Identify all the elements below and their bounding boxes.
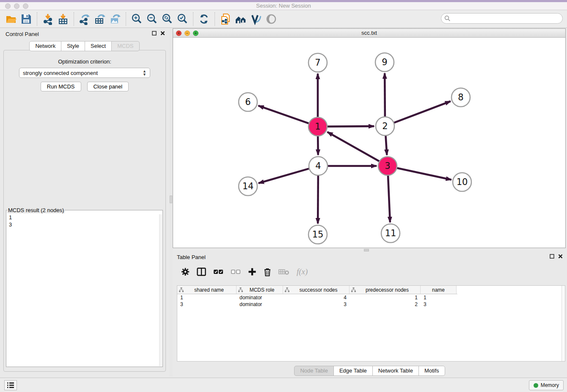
app-title: Session: New Session: [0, 2, 567, 10]
mcds-result-text[interactable]: 1 3: [6, 213, 162, 229]
first-neighbors-icon[interactable]: [233, 11, 248, 27]
zoom-selected-icon[interactable]: [175, 11, 190, 27]
network-close-button[interactable]: ×: [176, 30, 182, 36]
column-header-predecessor-nodes[interactable]: predecessor nodes: [350, 286, 421, 294]
close-panel-button[interactable]: Close panel: [87, 82, 129, 91]
table-cell[interactable]: dominator: [237, 294, 283, 301]
tab-network[interactable]: Network: [29, 41, 61, 51]
zoom-fit-icon[interactable]: [160, 11, 175, 27]
tab-mcds[interactable]: MCDS: [111, 41, 139, 51]
memory-status-icon: [534, 383, 538, 388]
edge-3-1[interactable]: [328, 132, 380, 161]
table-cell[interactable]: dominator: [237, 301, 283, 308]
table-cell[interactable]: 4: [283, 294, 350, 301]
table-cell[interactable]: 2: [350, 301, 421, 308]
app-window-controls[interactable]: [5, 3, 28, 9]
edge-1-2[interactable]: [327, 126, 374, 127]
table-cell[interactable]: 1: [350, 294, 421, 301]
network-window-titlebar[interactable]: × − + scc.txt: [173, 29, 565, 38]
edge-2-8[interactable]: [394, 101, 451, 123]
edge-3-11[interactable]: [388, 175, 390, 222]
mcds-result-title: MCDS result (2 nodes): [7, 207, 65, 213]
table-scrollbar[interactable]: [561, 286, 565, 361]
tab-select[interactable]: Select: [85, 41, 112, 51]
graph-node-label-3: 3: [385, 161, 390, 171]
result-scrollbar[interactable]: [159, 214, 162, 366]
table-cell[interactable]: 1: [177, 294, 237, 301]
edge-4-15[interactable]: [318, 175, 318, 224]
vizmapper-icon[interactable]: [248, 11, 264, 27]
edge-2-3[interactable]: [385, 135, 387, 155]
edge-3-10[interactable]: [397, 168, 451, 180]
close-panel-icon[interactable]: [160, 31, 165, 36]
refresh-icon[interactable]: [196, 11, 212, 27]
node-table: shared nameMCDS rolesuccessor nodesprede…: [177, 285, 565, 362]
delete-table-icon[interactable]: [278, 268, 289, 276]
tab-edge-table[interactable]: Edge Table: [333, 366, 373, 376]
table-row[interactable]: 1dominator411: [177, 294, 565, 301]
table-mode-gear-icon[interactable]: [181, 268, 190, 276]
edge-4-14[interactable]: [259, 168, 309, 183]
mcds-panel-body: Optimization criterion: strongly connect…: [3, 50, 166, 372]
save-session-icon[interactable]: [19, 11, 34, 27]
graph-node-label-6: 6: [245, 97, 250, 107]
search-icon: [444, 15, 451, 22]
export-table-icon[interactable]: [92, 11, 107, 27]
splitter-grip[interactable]: [170, 196, 172, 203]
column-type-icon: [179, 287, 184, 292]
tab-network-table[interactable]: Network Table: [372, 366, 419, 376]
table-cell[interactable]: 3: [421, 301, 457, 308]
column-header-name[interactable]: name: [421, 286, 457, 294]
zoom-out-icon[interactable]: [144, 11, 160, 27]
control-panel-title: Control Panel: [6, 31, 39, 37]
memory-label: Memory: [541, 382, 559, 388]
float-panel-icon[interactable]: [152, 31, 157, 36]
select-all-icon[interactable]: [213, 268, 223, 276]
search-input[interactable]: [441, 13, 563, 24]
toolbar-separator: [193, 12, 193, 26]
network-minimize-button[interactable]: −: [184, 30, 190, 36]
export-image-icon[interactable]: [107, 11, 123, 27]
show-hide-graphics-icon[interactable]: [264, 11, 279, 27]
delete-columns-icon[interactable]: [264, 268, 271, 276]
zoom-window-button[interactable]: [23, 3, 28, 9]
vertical-splitter[interactable]: [169, 28, 173, 377]
deselect-all-icon[interactable]: [231, 268, 241, 276]
close-table-panel-icon[interactable]: [558, 254, 563, 259]
export-network-icon[interactable]: [77, 11, 92, 27]
tab-motifs[interactable]: Motifs: [418, 366, 445, 376]
table-header-row: shared nameMCDS rolesuccessor nodesprede…: [177, 286, 457, 294]
zoom-in-icon[interactable]: [129, 11, 144, 27]
network-maximize-button[interactable]: +: [193, 30, 198, 36]
criterion-select[interactable]: strongly connected component ▲▼: [19, 68, 150, 78]
edge-1-6[interactable]: [259, 106, 309, 124]
close-window-button[interactable]: [5, 3, 11, 9]
clone-network-icon[interactable]: [218, 11, 233, 27]
edge-2-9[interactable]: [385, 73, 385, 117]
column-header-successor-nodes[interactable]: successor nodes: [283, 286, 350, 294]
add-column-icon[interactable]: [248, 268, 256, 276]
show-columns-icon[interactable]: [197, 268, 206, 276]
float-table-panel-icon[interactable]: [550, 254, 554, 259]
table-cell[interactable]: 3: [177, 301, 237, 308]
tab-style[interactable]: Style: [61, 41, 85, 51]
toolbar-separator: [37, 12, 37, 26]
import-table-icon[interactable]: [55, 11, 71, 27]
column-header-shared-name[interactable]: shared name: [177, 286, 237, 294]
table-cell[interactable]: 3: [283, 301, 350, 308]
run-mcds-button[interactable]: Run MCDS: [41, 82, 81, 91]
table-row[interactable]: 3dominator323: [177, 301, 565, 308]
task-list-icon: [7, 382, 14, 389]
column-header-MCDS-role[interactable]: MCDS role: [237, 286, 283, 294]
table-cell[interactable]: 1: [421, 294, 457, 301]
function-builder-icon[interactable]: f(x): [297, 267, 308, 276]
tab-node-table[interactable]: Node Table: [294, 366, 334, 376]
network-canvas[interactable]: 1234678910111415: [173, 38, 565, 248]
import-network-icon[interactable]: [40, 11, 55, 27]
minimize-window-button[interactable]: [14, 3, 19, 9]
open-file-icon[interactable]: [3, 11, 19, 27]
task-history-button[interactable]: [4, 380, 17, 390]
memory-button[interactable]: Memory: [529, 380, 564, 390]
main-toolbar: [0, 10, 567, 28]
criterion-value: strongly connected component: [23, 70, 98, 76]
